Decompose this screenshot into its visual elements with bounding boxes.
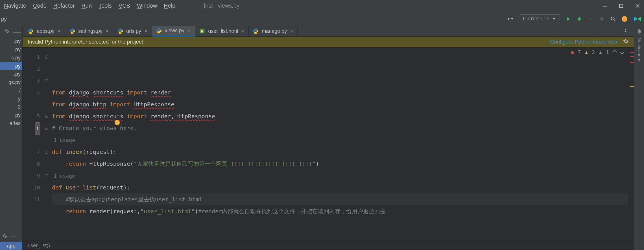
menu-window[interactable]: Window [137, 3, 157, 9]
tab-views-py[interactable]: views.py✕ [152, 26, 195, 36]
project-file[interactable]: s.py [0, 54, 22, 62]
svg-rect-0 [603, 6, 607, 7]
editor-area[interactable]: 1234517891011 ⊟⊟⊟⊟⊟⊟ from django.shortcu… [23, 48, 634, 241]
menu-help[interactable]: Help [164, 3, 175, 9]
svg-point-8 [611, 17, 614, 20]
app-pill[interactable]: app [0, 242, 22, 250]
weak-warning-icon: ▲ [599, 49, 602, 55]
bookmark-icon[interactable]: 1 [35, 122, 40, 135]
tab-settings-py[interactable]: settings.py✕ [65, 26, 113, 36]
code-line[interactable]: def index(request): [52, 146, 628, 158]
menu-code[interactable]: Code [33, 3, 47, 9]
project-file[interactable]: _.py [0, 70, 22, 78]
menu-tools[interactable]: Tools [99, 3, 112, 9]
menu-navigate[interactable]: Navigate [4, 3, 26, 9]
project-foot-gear-icon[interactable]: — [2, 232, 20, 240]
run-button[interactable] [565, 16, 571, 22]
more-run-icon[interactable] [588, 16, 594, 22]
project-file[interactable]: gs.py [0, 78, 22, 87]
tab-label: apps.py [37, 28, 54, 34]
update-icon[interactable] [621, 16, 628, 22]
code-line[interactable]: from django.http import HttpResponse [52, 98, 628, 110]
menu-refactor[interactable]: Refactor [53, 3, 75, 9]
fold-toggle[interactable]: ⊟ [42, 122, 51, 134]
minimize-button[interactable] [602, 3, 607, 8]
editor-stripe[interactable] [628, 48, 634, 241]
warning-count-icon: ▲ [585, 49, 588, 55]
project-file-list: .py.pys.pypy_.pygs.py/y3pyaries [0, 37, 22, 128]
code-line[interactable]: return HttpResponse("大家快看这是我自己写的第一个网页!!!… [52, 158, 628, 170]
menu-vcs[interactable]: VCS [119, 3, 130, 9]
project-file[interactable]: aries [0, 119, 22, 128]
project-file[interactable]: 3 [0, 103, 22, 111]
run-config-selector[interactable]: Current File [519, 14, 560, 23]
tab-manage-py[interactable]: manage.py✕ [249, 26, 298, 36]
project-settings-icon[interactable] [4, 29, 9, 35]
close-tab-icon[interactable]: ✕ [187, 28, 191, 33]
code-line[interactable]: # Create your views here. [52, 122, 628, 134]
svg-point-4 [589, 18, 590, 19]
code-line[interactable]: def user_list(request): [52, 182, 628, 193]
code-content[interactable]: from django.shortcuts import renderfrom … [51, 48, 628, 241]
tab-user_list-html[interactable]: Huser_list.html✕ [195, 26, 249, 36]
stop-button [599, 16, 605, 22]
debug-button[interactable] [576, 16, 582, 22]
code-line[interactable]: #默认会去app的templates里去找user_list.html [52, 193, 628, 205]
project-file[interactable]: .py [0, 46, 22, 54]
tab-more-icon[interactable]: ⋮ [617, 28, 634, 34]
fold-toggle[interactable]: ⊟ [42, 51, 51, 63]
prev-problem-icon[interactable] [612, 50, 617, 55]
menu-run[interactable]: Run [81, 3, 92, 9]
code-line[interactable]: from django.shortcuts import render [52, 87, 628, 98]
close-tab-icon[interactable]: ✕ [290, 29, 293, 34]
fold-toggle[interactable]: ⊟ [42, 110, 51, 122]
lightbulb-icon[interactable] [115, 120, 120, 125]
problems-summary[interactable]: ●7 ▲2 ▲1 [571, 49, 624, 55]
collapse-icon[interactable]: — [13, 27, 21, 36]
notifications-label[interactable]: Notifications [637, 38, 642, 62]
close-tab-icon[interactable]: ✕ [144, 29, 148, 34]
notifications-icon[interactable] [636, 29, 642, 36]
toolbar-right: Current File [507, 14, 642, 23]
tab-urls-py[interactable]: urls.py✕ [113, 26, 152, 36]
editor-breadcrumb[interactable]: user_list() [23, 241, 634, 250]
svg-text:H: H [201, 30, 203, 33]
warning-count: 2 [592, 49, 595, 55]
fold-gutter: ⊟⊟⊟⊟⊟⊟ [42, 48, 51, 241]
fold-toggle[interactable]: ⊟ [42, 146, 51, 158]
search-icon[interactable] [610, 16, 616, 22]
project-file[interactable]: y [0, 95, 22, 103]
code-line[interactable] [52, 217, 628, 229]
code-with-me-icon[interactable] [633, 16, 639, 22]
maximize-button[interactable] [619, 3, 624, 8]
configure-interpreter-link[interactable]: Configure Python interpreter [550, 39, 617, 45]
code-line[interactable]: return render(request,"user_list.html")#… [52, 205, 628, 217]
tab-apps-py[interactable]: apps.py✕ [24, 26, 65, 36]
project-file[interactable]: .py [0, 37, 22, 46]
interpreter-warning-banner: Invalid Python interpreter selected for … [23, 37, 634, 48]
workspace: — .py.pys.pypy_.pygs.py/y3pyaries — app … [0, 26, 644, 250]
project-sidebar-footer: — [0, 230, 22, 242]
next-problem-icon[interactable] [620, 50, 625, 55]
close-button[interactable] [635, 3, 640, 8]
banner-gear-icon[interactable] [623, 38, 629, 46]
window-title: first - views.py [204, 3, 239, 9]
project-file[interactable]: py [0, 111, 22, 119]
close-tab-icon[interactable]: ✕ [57, 29, 61, 34]
project-file[interactable]: py [0, 62, 22, 70]
close-tab-icon[interactable]: ✕ [105, 29, 109, 34]
editor-column: apps.py✕settings.py✕urls.py✕views.py✕Hus… [23, 26, 634, 250]
close-tab-icon[interactable]: ✕ [241, 29, 244, 34]
svg-point-3 [578, 18, 580, 20]
fold-toggle[interactable]: ⊟ [42, 75, 51, 87]
breadcrumb-text: user_list() [28, 243, 50, 249]
code-line[interactable]: 1 usage [52, 170, 628, 182]
tab-label: views.py [165, 28, 184, 34]
fold-toggle[interactable]: ⊟ [42, 170, 51, 182]
code-line[interactable] [52, 229, 628, 241]
svg-rect-1 [619, 4, 623, 8]
project-file[interactable]: / [0, 87, 22, 95]
user-icon[interactable] [507, 16, 514, 22]
code-line[interactable]: from django.shortcuts import render,Http… [52, 110, 628, 122]
code-line[interactable]: 1 usage [52, 134, 628, 146]
